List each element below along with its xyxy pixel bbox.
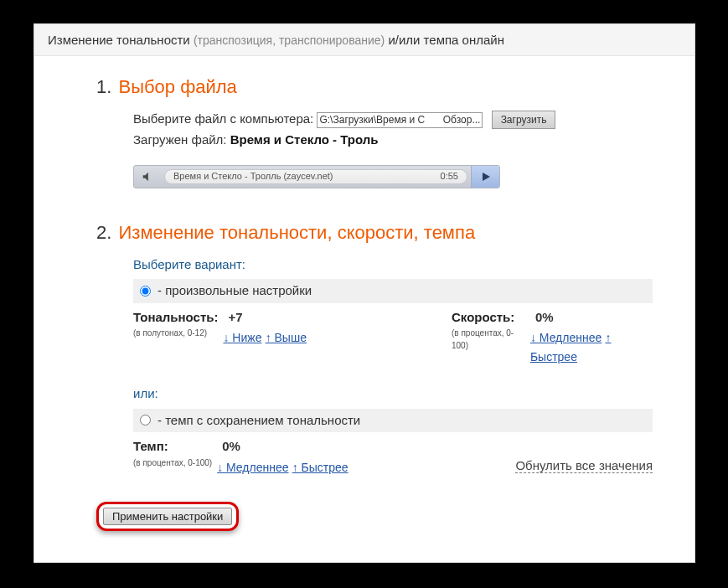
upload-button[interactable]: Загрузить xyxy=(492,111,556,129)
loaded-file-name: Время и Стекло - Троль xyxy=(230,132,379,147)
speed-slower-link[interactable]: ↓ Медленнее xyxy=(530,331,602,344)
play-icon[interactable] xyxy=(471,166,499,188)
audio-player: Время и Стекло - Тролль (zaycev.net) 0:5… xyxy=(133,165,500,188)
tone-lower-link[interactable]: ↓ Ниже xyxy=(223,331,261,344)
reset-wrap: Обнулить все значения xyxy=(515,456,653,477)
tempo-block: Темп: (в процентах, 0-100) 0% ↓ Медленне… xyxy=(133,437,418,477)
option2-label: - темп с сохранением тональности xyxy=(157,411,360,431)
tempo-faster-link[interactable]: ↑ Быстрее xyxy=(292,461,349,474)
content-area: 1. Выбор файла Выберите файл с компьютер… xyxy=(34,56,694,477)
tone-value: +7 xyxy=(228,310,242,324)
page-header: Изменение тональности (транспозиция, тра… xyxy=(34,24,694,56)
speed-block: Скорость: (в процентах, 0-100) 0% ↓ Медл… xyxy=(452,308,653,367)
file-input[interactable]: G:\Загрузки\Время и С Обзор... xyxy=(317,112,483,128)
speed-value: 0% xyxy=(535,310,554,324)
step1-num: 1. xyxy=(96,76,111,97)
tempo-note: (в процентах, 0-100) xyxy=(133,456,212,469)
header-sub: (транспозиция, транспонирование) xyxy=(194,34,385,47)
step1-title: Выбор файла xyxy=(118,76,236,97)
option2-row[interactable]: - темп с сохранением тональности xyxy=(133,409,653,433)
speed-label: Скорость: xyxy=(452,308,525,328)
header-main: Изменение тональности xyxy=(48,33,190,47)
volume-icon[interactable] xyxy=(134,166,161,188)
choose-variant-label: Выберите вариант: xyxy=(133,255,653,275)
or-label: или: xyxy=(133,384,653,404)
step2-heading: 2. Изменение тональности, скорости, темп… xyxy=(96,222,653,244)
tone-label: Тональность: xyxy=(133,308,218,328)
choose-file-label: Выберите файл с компьютера: xyxy=(133,111,313,126)
browse-label: Обзор... xyxy=(440,112,481,127)
option1-row[interactable]: - произвольные настройки xyxy=(133,279,653,303)
page-container: Изменение тональности (транспозиция, тра… xyxy=(34,23,695,563)
player-time: 0:55 xyxy=(441,169,458,183)
file-path: G:\Загрузки\Время и С xyxy=(319,112,425,127)
player-title: Время и Стекло - Тролль (zaycev.net) xyxy=(173,169,333,183)
option2-radio[interactable] xyxy=(140,415,151,426)
step2-num: 2. xyxy=(96,222,111,243)
apply-wrap: Применить настройки xyxy=(96,502,694,531)
step1-heading: 1. Выбор файла xyxy=(96,76,653,98)
tone-note: (в полутонах, 0-12) xyxy=(133,327,218,339)
option1-label: - произвольные настройки xyxy=(157,281,312,301)
step2-title: Изменение тональности, скорости, темпа xyxy=(118,222,475,243)
tempo-value: 0% xyxy=(222,439,240,453)
step1-body: Выберите файл с компьютера: G:\Загрузки\… xyxy=(133,110,653,188)
speed-note: (в процентах, 0-100) xyxy=(452,327,525,352)
step2-body: Выберите вариант: - произвольные настрой… xyxy=(133,255,653,477)
loaded-label: Загружен файл: xyxy=(133,132,227,147)
apply-button[interactable]: Применить настройки xyxy=(103,508,232,525)
header-tail: и/или темпа онлайн xyxy=(388,33,504,47)
file-choose-row: Выберите файл с компьютера: G:\Загрузки\… xyxy=(133,110,653,129)
apply-highlight: Применить настройки xyxy=(96,502,239,531)
tempo-slower-link[interactable]: ↓ Медленнее xyxy=(217,461,288,474)
tone-higher-link[interactable]: ↑ Выше xyxy=(266,331,307,344)
params-row-1: Тональность: (в полутонах, 0-12) +7 ↓ Ни… xyxy=(133,308,653,367)
tempo-label: Темп: xyxy=(133,437,212,456)
reset-link[interactable]: Обнулить все значения xyxy=(515,458,653,473)
tone-block: Тональность: (в полутонах, 0-12) +7 ↓ Ни… xyxy=(133,308,418,367)
option1-radio[interactable] xyxy=(140,286,151,297)
loaded-file-row: Загружен файл: Время и Стекло - Троль xyxy=(133,131,653,150)
player-track[interactable]: Время и Стекло - Тролль (zaycev.net) 0:5… xyxy=(164,169,467,184)
params-row-2: Темп: (в процентах, 0-100) 0% ↓ Медленне… xyxy=(133,437,653,477)
